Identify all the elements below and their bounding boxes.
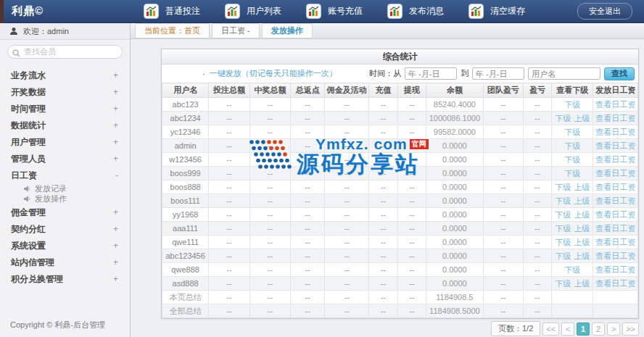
view-daily-wage-link[interactable]: 查看日工资 xyxy=(595,224,635,233)
view-lower-level-link[interactable]: 下级 xyxy=(555,196,571,205)
value-cell: -- xyxy=(291,125,325,139)
view-lower-level-link[interactable]: 下级 xyxy=(564,169,580,178)
value-cell: -- xyxy=(249,222,290,236)
nav-item-clear-cache[interactable]: 清空缓存 xyxy=(468,4,525,19)
view-daily-wage-link[interactable]: 查看日工资 xyxy=(595,183,635,191)
expand-plus-icon[interactable]: + xyxy=(113,241,118,251)
search-button[interactable]: 查找 xyxy=(604,67,635,80)
breadcrumb-daily-wage[interactable]: 日工资 - xyxy=(212,23,260,38)
one-click-payout-link[interactable]: 一键发放（切记每天只能操作一次） xyxy=(210,68,337,79)
sidebar-item-site-message-management[interactable]: 站内信管理+ xyxy=(0,254,130,271)
expand-plus-icon[interactable]: + xyxy=(113,257,118,267)
expand-plus-icon[interactable]: + xyxy=(113,154,118,164)
expand-plus-icon[interactable]: + xyxy=(113,87,118,97)
view-lower-level-link[interactable]: 下级 xyxy=(555,183,571,191)
view-daily-wage-link[interactable]: 查看日工资 xyxy=(595,210,635,219)
value-cell: -- xyxy=(209,112,249,125)
view-daily-wage-link[interactable]: 查看日工资 xyxy=(595,279,635,288)
value-cell: -- xyxy=(291,180,325,194)
page-2-button[interactable]: 2 xyxy=(592,323,605,336)
last-page-button[interactable]: >> xyxy=(622,323,639,336)
expand-plus-icon[interactable]: + xyxy=(113,120,118,130)
view-upper-level-link[interactable]: 上级 xyxy=(574,251,590,260)
value-cell: -- xyxy=(325,194,369,208)
sidebar-subitem-wage-records[interactable]: 发放记录 xyxy=(0,184,130,194)
view-lower-level-link[interactable]: 下级 xyxy=(564,265,580,274)
collapse-minus-icon[interactable]: - xyxy=(115,170,118,180)
view-lower-level-link[interactable]: 下级 xyxy=(555,279,571,288)
view-daily-wage-link[interactable]: 查看日工资 xyxy=(595,100,635,109)
date-from-input[interactable] xyxy=(405,67,457,80)
view-lower-level-link[interactable]: 下级 xyxy=(555,238,571,246)
value-cell: -- xyxy=(325,139,369,153)
view-upper-level-link[interactable]: 上级 xyxy=(574,238,590,246)
breadcrumb-home[interactable]: 当前位置：首页 xyxy=(135,23,210,38)
member-search-input[interactable] xyxy=(7,45,123,59)
table-row: w123456------------0.0000----下级查看日工资 xyxy=(162,153,638,167)
view-upper-level-link[interactable]: 上级 xyxy=(574,183,590,191)
safe-logout-button[interactable]: 安全退出 xyxy=(577,3,632,20)
expand-plus-icon[interactable]: + xyxy=(113,104,118,114)
sidebar-item-lottery-data[interactable]: 开奖数据+ xyxy=(0,84,130,101)
first-page-button[interactable]: << xyxy=(542,323,559,336)
view-daily-wage-link[interactable]: 查看日工资 xyxy=(595,141,635,150)
expand-plus-icon[interactable]: + xyxy=(113,224,118,234)
sidebar-item-points-exchange-management[interactable]: 积分兑换管理+ xyxy=(0,271,130,288)
sidebar-item-user-management[interactable]: 用户管理+ xyxy=(0,134,130,151)
date-to-input[interactable] xyxy=(472,67,524,80)
view-daily-wage-link[interactable]: 查看日工资 xyxy=(595,128,635,136)
next-page-button[interactable]: > xyxy=(607,323,620,336)
view-lower-level-link[interactable]: 下级 xyxy=(564,100,580,109)
view-lower-level-link[interactable]: 下级 xyxy=(564,128,580,136)
view-upper-level-link[interactable]: 上级 xyxy=(574,114,590,122)
sidebar-item-label: 业务流水 xyxy=(11,70,46,82)
view-upper-level-link[interactable]: 上级 xyxy=(574,196,590,205)
value-cell: -- xyxy=(291,208,325,222)
view-lower-level-link[interactable]: 下级 xyxy=(555,251,571,260)
view-lower-level-link[interactable]: 下级 xyxy=(564,141,580,150)
view-daily-wage-link[interactable]: 查看日工资 xyxy=(595,251,635,260)
nav-item-user-list[interactable]: 用户列表 xyxy=(225,4,281,19)
view-daily-wage-link[interactable]: 查看日工资 xyxy=(595,155,635,164)
expand-plus-icon[interactable]: + xyxy=(113,207,118,217)
value-cell: -- xyxy=(291,277,325,291)
column-header: 佣金及活动 xyxy=(325,83,369,98)
view-lower-level-link[interactable]: 下级 xyxy=(555,114,571,122)
nav-item-account-recharge[interactable]: 账号充值 xyxy=(306,4,363,19)
balance-total-cell: 1184908.5 xyxy=(426,291,484,304)
prev-page-button[interactable]: < xyxy=(561,323,574,336)
sidebar-item-contract-dividend[interactable]: 契约分红+ xyxy=(0,221,130,238)
nav-item-publish-message[interactable]: 发布消息 xyxy=(387,4,444,19)
sidebar-subitem-wage-operation[interactable]: 发放操作 xyxy=(0,194,130,204)
sidebar-item-commission-management[interactable]: 佣金管理+ xyxy=(0,204,130,221)
sidebar-item-data-statistics[interactable]: 数据统计+ xyxy=(0,117,130,134)
view-daily-wage-link[interactable]: 查看日工资 xyxy=(595,114,635,122)
view-daily-wage-link[interactable]: 查看日工资 xyxy=(595,196,635,205)
view-lower-level-link[interactable]: 下级 xyxy=(555,224,571,233)
page-1-button[interactable]: 1 xyxy=(577,323,590,336)
value-cell: -- xyxy=(325,180,369,194)
sidebar-item-admin-staff[interactable]: 管理人员+ xyxy=(0,151,130,167)
expand-plus-icon[interactable]: + xyxy=(113,137,118,147)
value-cell: -- xyxy=(369,304,397,318)
username-input[interactable] xyxy=(528,67,600,80)
time-to-label: 到 xyxy=(461,68,468,79)
expand-plus-icon[interactable]: + xyxy=(113,70,118,80)
profit-cell: -- xyxy=(523,291,551,304)
view-daily-wage-link[interactable]: 查看日工资 xyxy=(595,169,635,178)
view-lower-level-link[interactable]: 下级 xyxy=(564,155,580,164)
sidebar-item-daily-wage[interactable]: 日工资- xyxy=(0,167,130,184)
nav-item-normal-bets[interactable]: 普通投注 xyxy=(144,4,200,19)
daily-wage-cell: 查看日工资 xyxy=(593,98,638,112)
view-daily-wage-link[interactable]: 查看日工资 xyxy=(595,238,635,246)
bar-chart-icon xyxy=(306,4,321,19)
sidebar-item-business-flow[interactable]: 业务流水+ xyxy=(0,67,130,84)
view-lower-level-link[interactable]: 下级 xyxy=(555,210,571,219)
sidebar-item-system-settings[interactable]: 系统设置+ xyxy=(0,238,130,254)
expand-plus-icon[interactable]: + xyxy=(113,274,118,284)
view-upper-level-link[interactable]: 上级 xyxy=(574,210,590,219)
view-daily-wage-link[interactable]: 查看日工资 xyxy=(595,265,635,274)
view-upper-level-link[interactable]: 上级 xyxy=(574,279,590,288)
sidebar-item-time-management[interactable]: 时间管理+ xyxy=(0,101,130,117)
view-upper-level-link[interactable]: 上级 xyxy=(574,224,590,233)
